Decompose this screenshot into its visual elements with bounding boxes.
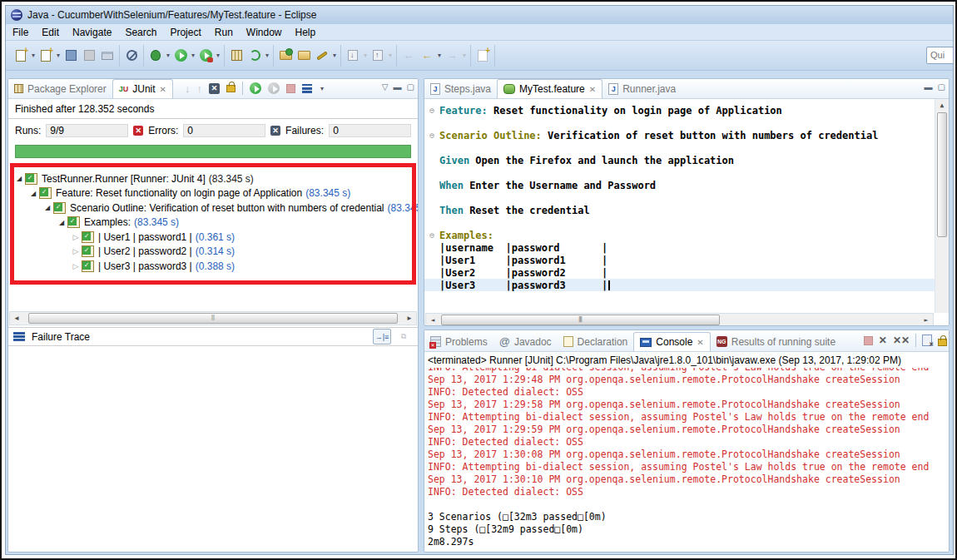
editor-code-line[interactable]: |User3 |password3 | xyxy=(424,279,935,291)
minimize-view-icon[interactable]: ▬ xyxy=(394,82,402,92)
editor-vertical-scrollbar[interactable]: ▲ xyxy=(935,99,949,313)
tab-problems[interactable]: Problems xyxy=(424,332,493,351)
fold-minus-icon[interactable]: ⊖ xyxy=(424,230,439,240)
menu-window[interactable]: Window xyxy=(240,25,289,40)
editor-blank-line[interactable] xyxy=(424,166,935,179)
brush-dropdown-icon[interactable]: ▾ xyxy=(331,52,338,59)
remove-all-launches-icon[interactable]: ✕✕ xyxy=(893,335,910,346)
junit-tree-row[interactable]: ◢Scenario Outline: Verification of reset… xyxy=(8,201,418,216)
scroll-right-icon[interactable]: ► xyxy=(403,315,416,322)
print-icon[interactable] xyxy=(100,48,115,63)
show-skipped-tests-icon[interactable] xyxy=(226,85,236,92)
close-icon[interactable]: ✕ xyxy=(160,85,166,94)
tab-declaration[interactable]: Declaration xyxy=(558,332,634,351)
collapsed-icon[interactable]: ▷ xyxy=(72,233,80,241)
next-annotation-icon[interactable] xyxy=(345,48,360,63)
tab-runner-java[interactable]: J Runner.java xyxy=(602,79,682,98)
new-java-class-icon[interactable] xyxy=(38,48,53,63)
editor-code-line[interactable]: Then Reset the credential xyxy=(424,204,935,216)
scrollbar-thumb[interactable] xyxy=(28,313,398,324)
expanded-icon[interactable]: ◢ xyxy=(15,175,23,182)
tab-javadoc[interactable]: @ Javadoc xyxy=(493,332,558,351)
editor-code-line[interactable]: |username |password | xyxy=(424,241,935,254)
scroll-left-icon[interactable]: ◄ xyxy=(10,315,23,322)
junit-tree-row[interactable]: ▷| User2 | password2 |(0.314 s) xyxy=(8,245,418,260)
expanded-icon[interactable]: ◢ xyxy=(57,219,66,226)
close-icon[interactable]: ✕ xyxy=(589,85,596,94)
new-java-project-icon[interactable] xyxy=(229,48,244,63)
open-resource-icon[interactable] xyxy=(296,48,311,63)
fold-minus-icon[interactable]: ⊖ xyxy=(424,106,439,115)
menu-navigate[interactable]: Navigate xyxy=(66,25,118,40)
scroll-right-icon[interactable]: ► xyxy=(920,316,933,324)
scroll-lock-icon[interactable] xyxy=(938,339,947,346)
collapsed-icon[interactable]: ▷ xyxy=(72,262,80,270)
fold-minus-icon[interactable]: ⊖ xyxy=(424,131,439,140)
menu-file[interactable]: File xyxy=(6,25,35,40)
junit-tree-row[interactable]: ▷| User3 | password3 |(0.388 s) xyxy=(8,259,418,274)
menu-edit[interactable]: Edit xyxy=(35,25,66,40)
maximize-view-icon[interactable]: ▢ xyxy=(407,82,414,92)
scrollbar-thumb[interactable] xyxy=(937,112,947,237)
junit-view-dropdown-icon[interactable]: ▾ xyxy=(319,85,325,92)
tab-junit[interactable]: JU JUnit ✕ xyxy=(112,79,173,98)
editor-code-line[interactable]: |User2 |password2 | xyxy=(424,266,935,279)
new-wizard-icon[interactable] xyxy=(13,48,28,63)
editor-code-line[interactable]: When Enter the Username and Password xyxy=(424,179,935,191)
expanded-icon[interactable]: ◢ xyxy=(43,204,52,211)
editor-blank-line[interactable] xyxy=(424,141,935,154)
editor-code-line[interactable]: ⊖Feature: Reset functionality on login p… xyxy=(424,104,935,116)
remove-launch-icon[interactable]: ✕ xyxy=(879,335,887,346)
tab-steps-java[interactable]: J Steps.java xyxy=(424,79,497,98)
maximize-view-icon[interactable]: ▢ xyxy=(938,82,945,92)
coverage-icon[interactable] xyxy=(198,48,213,63)
filter-stack-trace-icon[interactable]: →|≡ xyxy=(373,329,391,344)
tab-results-of-running-suite[interactable]: NG Results of running suite xyxy=(711,332,841,351)
junit-horizontal-scrollbar[interactable]: ◄ ► xyxy=(9,311,417,325)
debug-icon[interactable] xyxy=(148,48,163,63)
external-tools-dropdown-icon[interactable]: ▾ xyxy=(264,52,270,59)
editor-blank-line[interactable] xyxy=(424,116,935,129)
minimize-view-icon[interactable]: ▬ xyxy=(925,82,933,92)
editor-code-line[interactable]: ⊖Scenario Outline: Verification of reset… xyxy=(424,129,935,141)
next-annotation-dropdown-icon[interactable]: ▾ xyxy=(362,52,369,59)
skip-breakpoints-icon[interactable] xyxy=(124,48,139,63)
clear-console-icon[interactable] xyxy=(922,335,932,346)
junit-tree-row[interactable]: ▷| User1 | password1 |(0.361 s) xyxy=(8,230,418,245)
console-log[interactable]: INFO: Attempting bi-dialect session, ass… xyxy=(424,368,949,548)
editor-code-line[interactable]: |User1 |password1 | xyxy=(424,254,935,266)
quick-access-input[interactable]: Qui xyxy=(926,47,954,64)
editor-blank-line[interactable] xyxy=(424,216,935,229)
menu-project[interactable]: Project xyxy=(163,25,207,40)
editor-horizontal-scrollbar[interactable]: ◄ ► xyxy=(425,313,934,326)
test-run-history-icon[interactable] xyxy=(302,84,312,93)
feature-editor[interactable]: ⊖Feature: Reset functionality on login p… xyxy=(424,99,949,326)
junit-tree-row[interactable]: ◢Feature: Reset functionality on login p… xyxy=(8,186,418,201)
tab-package-explorer[interactable]: Package Explorer xyxy=(8,79,112,98)
show-failures-only-icon[interactable]: ✕ xyxy=(209,83,220,94)
external-tools-icon[interactable] xyxy=(247,48,262,63)
save-icon[interactable] xyxy=(63,48,78,63)
debug-dropdown-icon[interactable]: ▾ xyxy=(165,52,171,59)
editor-code-line[interactable]: Given Open the Firefox and launch the ap… xyxy=(424,154,935,166)
expanded-icon[interactable]: ◢ xyxy=(29,190,37,197)
run-icon[interactable] xyxy=(173,48,188,63)
tab-mytest-feature[interactable]: MyTest.feature ✕ xyxy=(497,79,602,98)
menu-search[interactable]: Search xyxy=(118,25,163,40)
run-dropdown-icon[interactable]: ▾ xyxy=(190,52,196,59)
collapsed-icon[interactable]: ▷ xyxy=(72,247,80,255)
new-class-dropdown-icon[interactable]: ▾ xyxy=(55,52,62,59)
coverage-dropdown-icon[interactable]: ▾ xyxy=(215,52,221,59)
back-dropdown-icon[interactable]: ▾ xyxy=(436,52,443,59)
tab-console[interactable]: Console ✕ xyxy=(633,332,710,351)
previous-annotation-dropdown-icon[interactable]: ▾ xyxy=(387,52,394,59)
open-type-icon[interactable] xyxy=(278,48,293,63)
view-menu-icon[interactable]: ▽ xyxy=(382,82,389,92)
junit-result-tree[interactable]: ◢TestRunner.Runner [Runner: JUnit 4](83.… xyxy=(8,171,418,274)
menu-help[interactable]: Help xyxy=(289,25,323,40)
editor-code-line[interactable]: ⊖Examples: xyxy=(424,229,935,241)
rerun-test-icon[interactable] xyxy=(250,82,261,94)
mark-occurrences-icon[interactable] xyxy=(315,48,330,63)
scrollbar-thumb[interactable] xyxy=(441,315,720,325)
scroll-left-icon[interactable]: ◄ xyxy=(426,316,439,324)
